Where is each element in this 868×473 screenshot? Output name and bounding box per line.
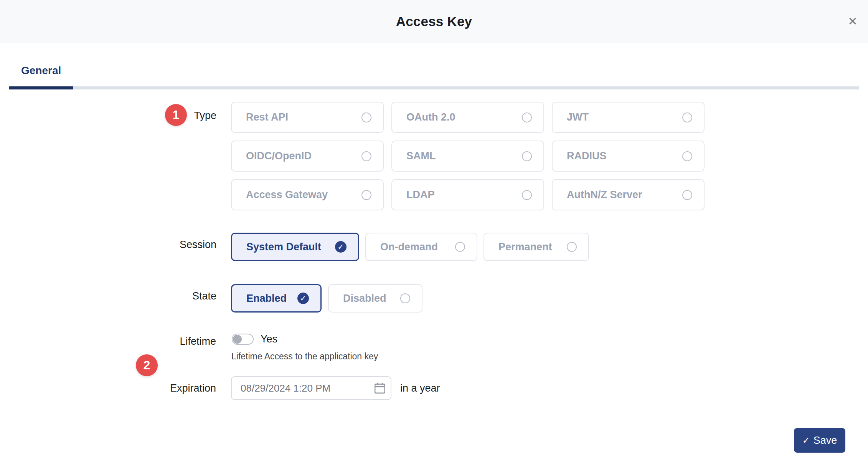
type-option-ldap[interactable]: LDAP xyxy=(391,179,544,210)
expiration-label: Expiration xyxy=(170,382,216,394)
option-label: Rest API xyxy=(246,111,288,123)
session-option-on-demand[interactable]: On-demand xyxy=(365,233,477,261)
check-icon: ✓ xyxy=(297,293,309,304)
option-label: RADIUS xyxy=(567,150,607,162)
session-option-permanent[interactable]: Permanent xyxy=(484,233,589,261)
tab-track xyxy=(9,86,859,89)
lifetime-helper-text: Lifetime Access to the application key xyxy=(231,351,378,362)
type-option-radius[interactable]: RADIUS xyxy=(552,141,705,172)
option-label: System Default xyxy=(246,241,321,253)
type-options-grid: Rest API OAuth 2.0 JWT OIDC/OpenID SAML … xyxy=(231,102,705,210)
type-label: Type xyxy=(194,110,216,122)
modal-title: Access Key xyxy=(396,14,472,29)
check-icon: ✓ xyxy=(335,241,347,253)
radio-icon xyxy=(522,190,532,200)
lifetime-toggle[interactable] xyxy=(232,334,254,345)
option-label: OIDC/OpenID xyxy=(246,150,312,162)
type-option-oidc-openid[interactable]: OIDC/OpenID xyxy=(231,141,384,172)
type-option-jwt[interactable]: JWT xyxy=(552,102,705,133)
toggle-knob-icon xyxy=(233,335,242,344)
annotation-badge-1: 1 xyxy=(165,104,187,126)
expiration-input[interactable] xyxy=(231,376,391,400)
lifetime-label: Lifetime xyxy=(180,336,216,347)
radio-icon xyxy=(361,151,371,161)
type-option-access-gateway[interactable]: Access Gateway xyxy=(231,179,384,210)
lifetime-toggle-value: Yes xyxy=(261,333,277,345)
session-option-system-default[interactable]: System Default ✓ xyxy=(231,233,359,261)
option-label: JWT xyxy=(567,111,589,123)
option-label: LDAP xyxy=(406,189,435,201)
session-options: System Default ✓ On-demand Permanent xyxy=(231,233,589,261)
type-option-saml[interactable]: SAML xyxy=(391,141,544,172)
radio-icon xyxy=(567,242,577,252)
tab-general[interactable]: General xyxy=(21,64,61,77)
option-label: SAML xyxy=(406,150,436,162)
active-tab-indicator xyxy=(9,86,73,89)
radio-icon xyxy=(522,151,532,161)
option-label: Enabled xyxy=(246,293,287,304)
annotation-badge-2: 2 xyxy=(136,354,158,376)
save-button[interactable]: ✓ Save xyxy=(794,428,845,453)
option-label: OAuth 2.0 xyxy=(406,111,455,123)
option-label: Access Gateway xyxy=(246,189,328,201)
option-label: On-demand xyxy=(380,241,438,253)
type-option-authnz-server[interactable]: AuthN/Z Server xyxy=(552,179,705,210)
radio-icon xyxy=(400,293,410,303)
state-options: Enabled ✓ Disabled xyxy=(231,284,422,313)
type-option-rest-api[interactable]: Rest API xyxy=(231,102,384,133)
state-label: State xyxy=(192,290,216,302)
type-option-oauth2[interactable]: OAuth 2.0 xyxy=(391,102,544,133)
radio-icon xyxy=(361,112,371,122)
state-option-enabled[interactable]: Enabled ✓ xyxy=(231,284,322,313)
radio-icon xyxy=(361,190,371,200)
option-label: Permanent xyxy=(498,241,552,253)
access-key-modal: Access Key ✕ General 1 Type Rest API OAu… xyxy=(0,0,868,473)
calendar-icon[interactable] xyxy=(372,381,388,395)
modal-header: Access Key ✕ xyxy=(0,0,868,43)
session-label: Session xyxy=(180,239,216,251)
radio-icon xyxy=(682,190,692,200)
radio-icon xyxy=(682,151,692,161)
save-button-label: Save xyxy=(814,435,837,447)
option-label: AuthN/Z Server xyxy=(567,189,642,201)
radio-icon xyxy=(522,112,532,122)
save-check-icon: ✓ xyxy=(802,435,810,446)
radio-icon xyxy=(682,112,692,122)
close-icon[interactable]: ✕ xyxy=(844,13,861,30)
expiration-hint: in a year xyxy=(400,382,440,394)
option-label: Disabled xyxy=(343,293,386,304)
state-option-disabled[interactable]: Disabled xyxy=(328,284,422,313)
radio-icon xyxy=(455,242,465,252)
